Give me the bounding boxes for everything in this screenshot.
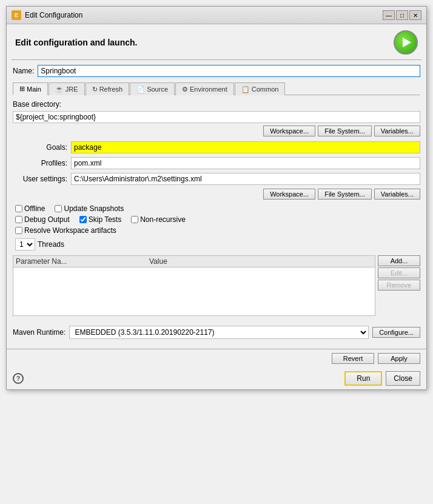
goals-label: Goals:: [13, 143, 67, 152]
offline-checkbox-item[interactable]: Offline: [15, 204, 45, 213]
checkboxes-row-2: Debug Output Skip Tests Non-recursive: [13, 215, 420, 224]
tab-refresh-label: Refresh: [99, 86, 123, 93]
tab-environment[interactable]: ⚙ Environment: [175, 82, 234, 95]
non-recursive-label: Non-recursive: [140, 215, 186, 224]
tab-source-label: Source: [147, 86, 168, 93]
environment-tab-icon: ⚙: [182, 86, 188, 93]
offline-label: Offline: [24, 204, 45, 213]
parameter-table: Parameter Na... Value: [13, 255, 375, 316]
tab-common-label: Common: [252, 86, 279, 93]
variables-button-2[interactable]: Variables...: [374, 189, 420, 200]
name-input[interactable]: [38, 65, 420, 77]
maximize-button[interactable]: □: [396, 10, 408, 20]
tab-source[interactable]: 📄 Source: [130, 82, 175, 95]
run-icon-button[interactable]: [394, 30, 418, 55]
table-body: [13, 267, 375, 315]
skip-tests-label: Skip Tests: [89, 215, 121, 224]
content-area: Name: ⊞ Main ☕ JRE ↻ Refresh 📄 Source ⚙: [7, 60, 426, 349]
update-snapshots-checkbox-item[interactable]: Update Snapshots: [55, 204, 124, 213]
goals-input[interactable]: [71, 141, 420, 153]
user-settings-label: User settings:: [13, 175, 67, 183]
profiles-input[interactable]: [71, 157, 420, 169]
table-header: Parameter Na... Value: [13, 256, 375, 267]
run-button[interactable]: Run: [344, 371, 382, 386]
base-directory-label: Base directory:: [13, 100, 420, 109]
dialog-title: Edit configuration and launch.: [15, 38, 137, 47]
resolve-workspace-checkbox-item[interactable]: Resolve Workspace artifacts: [15, 226, 420, 235]
help-button[interactable]: ?: [13, 373, 24, 384]
footer-right: Run Close: [344, 371, 420, 386]
skip-tests-checkbox[interactable]: [79, 216, 87, 223]
jre-tab-icon: ☕: [55, 86, 64, 93]
resolve-workspace-checkbox[interactable]: [15, 227, 22, 234]
remove-button[interactable]: Remove: [378, 280, 420, 291]
workspace-button-1[interactable]: Workspace...: [263, 126, 315, 136]
skip-tests-checkbox-item[interactable]: Skip Tests: [79, 215, 121, 224]
dialog-header: Edit configuration and launch.: [7, 24, 426, 59]
edit-button[interactable]: Edit...: [378, 267, 420, 278]
tabs-bar: ⊞ Main ☕ JRE ↻ Refresh 📄 Source ⚙ Enviro…: [13, 82, 420, 95]
maven-runtime-label: Maven Runtime:: [13, 328, 65, 337]
add-button[interactable]: Add...: [378, 255, 420, 266]
base-dir-buttons: Workspace... File System... Variables...: [13, 126, 420, 136]
common-tab-icon: 📋: [241, 86, 250, 93]
dialog: E Edit Configuration — □ ✕ Edit configur…: [6, 6, 427, 390]
debug-output-label: Debug Output: [24, 215, 70, 224]
apply-button[interactable]: Apply: [378, 353, 420, 364]
tab-jre[interactable]: ☕ JRE: [49, 82, 85, 95]
workspace-button-2[interactable]: Workspace...: [263, 189, 315, 200]
title-bar-text: Edit Configuration: [25, 11, 379, 19]
title-bar: E Edit Configuration — □ ✕: [7, 7, 426, 24]
threads-row: 1 2 3 4 Threads: [13, 238, 420, 250]
close-button[interactable]: ✕: [409, 10, 421, 20]
file-system-button-2[interactable]: File System...: [318, 189, 372, 200]
minimize-button[interactable]: —: [383, 10, 395, 20]
file-system-button-1[interactable]: File System...: [318, 126, 372, 136]
checkboxes-row-3: Resolve Workspace artifacts: [13, 226, 420, 235]
user-settings-input[interactable]: [71, 173, 420, 185]
bottom-buttons: Revert Apply: [7, 349, 426, 368]
maven-runtime-row: Maven Runtime: EMBEDDED (3.5.3/1.11.0.20…: [13, 326, 420, 339]
checkboxes-row-1: Offline Update Snapshots: [13, 204, 420, 213]
maven-runtime-select[interactable]: EMBEDDED (3.5.3/1.11.0.20190220-2117): [69, 326, 369, 339]
tab-jre-label: JRE: [65, 86, 78, 93]
non-recursive-checkbox-item[interactable]: Non-recursive: [131, 215, 186, 224]
settings-buttons: Workspace... File System... Variables...: [13, 189, 420, 200]
tab-main[interactable]: ⊞ Main: [13, 82, 48, 95]
goals-row: Goals:: [13, 141, 420, 153]
tab-environment-label: Environment: [190, 86, 227, 93]
parameter-table-section: Parameter Na... Value Add... Edit... Rem…: [13, 255, 420, 321]
close-dialog-button[interactable]: Close: [386, 371, 420, 386]
maven-configure-button[interactable]: Configure...: [372, 327, 420, 338]
table-action-buttons: Add... Edit... Remove: [378, 255, 420, 321]
update-snapshots-label: Update Snapshots: [64, 204, 124, 213]
offline-checkbox[interactable]: [15, 205, 22, 212]
col-param-name: Parameter Na...: [16, 257, 149, 266]
debug-output-checkbox-item[interactable]: Debug Output: [15, 215, 70, 224]
threads-label: Threads: [38, 240, 64, 249]
footer-row: ? Run Close: [7, 368, 426, 389]
user-settings-row: User settings:: [13, 173, 420, 185]
resolve-workspace-label: Resolve Workspace artifacts: [24, 226, 116, 235]
variables-button-1[interactable]: Variables...: [374, 126, 420, 136]
base-directory-input[interactable]: [13, 111, 420, 123]
tab-refresh[interactable]: ↻ Refresh: [86, 82, 130, 95]
tab-main-label: Main: [27, 86, 41, 93]
threads-select[interactable]: 1 2 3 4: [15, 238, 35, 250]
title-bar-controls: — □ ✕: [383, 10, 421, 20]
update-snapshots-checkbox[interactable]: [55, 205, 62, 212]
debug-output-checkbox[interactable]: [15, 216, 22, 223]
profiles-row: Profiles:: [13, 157, 420, 169]
dialog-icon: E: [12, 10, 21, 20]
source-tab-icon: 📄: [136, 86, 145, 93]
revert-button[interactable]: Revert: [332, 353, 374, 364]
main-tab-icon: ⊞: [19, 85, 25, 93]
tab-common[interactable]: 📋 Common: [235, 82, 286, 95]
non-recursive-checkbox[interactable]: [131, 216, 138, 223]
col-value: Value: [149, 257, 167, 266]
refresh-tab-icon: ↻: [92, 86, 98, 93]
profiles-label: Profiles:: [13, 159, 67, 167]
name-label: Name:: [13, 67, 34, 75]
name-row: Name:: [13, 65, 420, 77]
